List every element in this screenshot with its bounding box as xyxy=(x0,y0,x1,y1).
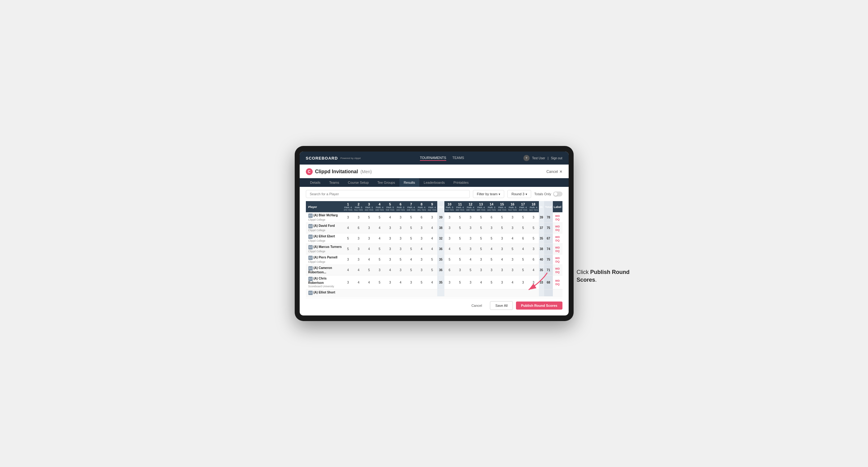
hole-4-score[interactable]: 4 xyxy=(374,223,385,234)
hole-1-score[interactable]: 5 xyxy=(343,234,353,244)
hole-13-score[interactable]: 5 xyxy=(476,234,486,244)
hole-5-score[interactable]: 3 xyxy=(385,234,396,244)
hole-2-score[interactable]: 3 xyxy=(353,234,364,244)
hole-12-score[interactable] xyxy=(465,289,476,297)
hole-15-score[interactable]: 3 xyxy=(497,244,507,254)
hole-6-score[interactable]: 4 xyxy=(396,276,406,289)
hole-11-score[interactable]: 5 xyxy=(455,254,465,265)
hole-9-score[interactable] xyxy=(427,289,437,297)
hole-5-score[interactable] xyxy=(385,289,396,297)
hole-2-score[interactable]: 3 xyxy=(353,244,364,254)
hole-14-score[interactable]: 5 xyxy=(486,254,497,265)
hole-6-score[interactable]: 5 xyxy=(396,254,406,265)
hole-10-score[interactable]: 6 xyxy=(444,265,455,276)
hole-2-score[interactable]: 6 xyxy=(353,223,364,234)
hole-14-score[interactable]: 5 xyxy=(486,234,497,244)
cancel-button[interactable]: Cancel xyxy=(466,302,487,310)
nav-tournaments[interactable]: TOURNAMENTS xyxy=(420,155,446,161)
tab-teams[interactable]: Teams xyxy=(325,178,343,187)
hole-10-score[interactable]: 3 xyxy=(444,234,455,244)
hole-13-score[interactable]: 5 xyxy=(476,212,486,223)
hole-12-score[interactable]: 3 xyxy=(465,212,476,223)
tab-results[interactable]: Results xyxy=(399,178,420,187)
hole-14-score[interactable]: 5 xyxy=(486,276,497,289)
hole-1-score[interactable]: 4 xyxy=(343,223,353,234)
hole-15-score[interactable]: 3 xyxy=(497,265,507,276)
hole-7-score[interactable] xyxy=(406,289,416,297)
nav-teams[interactable]: TEAMS xyxy=(453,155,464,161)
hole-15-score[interactable]: 4 xyxy=(497,254,507,265)
hole-3-score[interactable] xyxy=(364,289,374,297)
hole-17-score[interactable]: 5 xyxy=(518,212,528,223)
tab-leaderboards[interactable]: Leaderboards xyxy=(419,178,449,187)
tab-printables[interactable]: Printables xyxy=(449,178,473,187)
hole-2-score[interactable]: 3 xyxy=(353,254,364,265)
hole-18-score[interactable]: 3 xyxy=(528,212,539,223)
hole-2-score[interactable]: 3 xyxy=(353,212,364,223)
hole-8-score[interactable]: 5 xyxy=(416,276,427,289)
hole-16-score[interactable]: 3 xyxy=(507,223,518,234)
hole-5-score[interactable]: 3 xyxy=(385,223,396,234)
hole-5-score[interactable]: 3 xyxy=(385,276,396,289)
hole-5-score[interactable]: 3 xyxy=(385,254,396,265)
cancel-top-button[interactable]: Cancel ✕ xyxy=(546,169,562,174)
hole-12-score[interactable]: 4 xyxy=(465,254,476,265)
hole-4-score[interactable]: 5 xyxy=(374,254,385,265)
hole-12-score[interactable]: 5 xyxy=(465,265,476,276)
hole-4-score[interactable]: 5 xyxy=(374,244,385,254)
hole-2-score[interactable]: 4 xyxy=(353,276,364,289)
hole-7-score[interactable]: 5 xyxy=(406,265,416,276)
hole-10-score[interactable] xyxy=(444,289,455,297)
hole-4-score[interactable]: 5 xyxy=(374,276,385,289)
hole-10-score[interactable]: 3 xyxy=(444,223,455,234)
hole-18-score[interactable]: 5 xyxy=(528,234,539,244)
hole-7-score[interactable]: 3 xyxy=(406,276,416,289)
hole-1-score[interactable]: 3 xyxy=(343,212,353,223)
hole-9-score[interactable]: 4 xyxy=(427,244,437,254)
hole-6-score[interactable] xyxy=(396,289,406,297)
round-dropdown[interactable]: Round 3 xyxy=(507,190,531,198)
hole-18-score[interactable]: 6 xyxy=(528,254,539,265)
hole-3-score[interactable]: 3 xyxy=(364,223,374,234)
hole-5-score[interactable]: 4 xyxy=(385,265,396,276)
hole-8-score[interactable]: 3 xyxy=(416,265,427,276)
hole-5-score[interactable]: 3 xyxy=(385,244,396,254)
hole-4-score[interactable] xyxy=(374,289,385,297)
hole-5-score[interactable]: 4 xyxy=(385,212,396,223)
hole-1-score[interactable]: 5 xyxy=(343,244,353,254)
hole-7-score[interactable]: 4 xyxy=(406,254,416,265)
hole-16-score[interactable]: 3 xyxy=(507,254,518,265)
hole-1-score[interactable] xyxy=(343,289,353,297)
hole-12-score[interactable]: 3 xyxy=(465,276,476,289)
hole-10-score[interactable]: 5 xyxy=(444,254,455,265)
hole-13-score[interactable]: 5 xyxy=(476,223,486,234)
hole-4-score[interactable]: 5 xyxy=(374,212,385,223)
hole-18-score[interactable]: 5 xyxy=(528,223,539,234)
hole-12-score[interactable]: 3 xyxy=(465,244,476,254)
hole-8-score[interactable] xyxy=(416,289,427,297)
hole-17-score[interactable]: 5 xyxy=(518,223,528,234)
hole-11-score[interactable]: 5 xyxy=(455,234,465,244)
hole-14-score[interactable] xyxy=(486,289,497,297)
tab-course-setup[interactable]: Course Setup xyxy=(344,178,373,187)
hole-14-score[interactable]: 3 xyxy=(486,265,497,276)
hole-15-score[interactable]: 3 xyxy=(497,276,507,289)
hole-6-score[interactable]: 3 xyxy=(396,223,406,234)
hole-17-score[interactable]: 6 xyxy=(518,234,528,244)
hole-18-score[interactable]: 3 xyxy=(528,244,539,254)
totals-only-toggle[interactable] xyxy=(553,191,562,196)
hole-11-score[interactable]: 5 xyxy=(455,212,465,223)
hole-11-score[interactable]: 5 xyxy=(455,244,465,254)
hole-3-score[interactable]: 5 xyxy=(364,212,374,223)
hole-8-score[interactable]: 3 xyxy=(416,223,427,234)
search-input[interactable] xyxy=(306,190,470,198)
hole-9-score[interactable]: 5 xyxy=(427,265,437,276)
hole-13-score[interactable]: 5 xyxy=(476,244,486,254)
hole-10-score[interactable]: 4 xyxy=(444,244,455,254)
save-all-button[interactable]: Save All xyxy=(490,301,513,310)
hole-17-score[interactable]: 4 xyxy=(518,244,528,254)
hole-13-score[interactable]: 3 xyxy=(476,254,486,265)
hole-6-score[interactable]: 3 xyxy=(396,212,406,223)
hole-1-score[interactable]: 3 xyxy=(343,254,353,265)
hole-4-score[interactable]: 4 xyxy=(374,234,385,244)
